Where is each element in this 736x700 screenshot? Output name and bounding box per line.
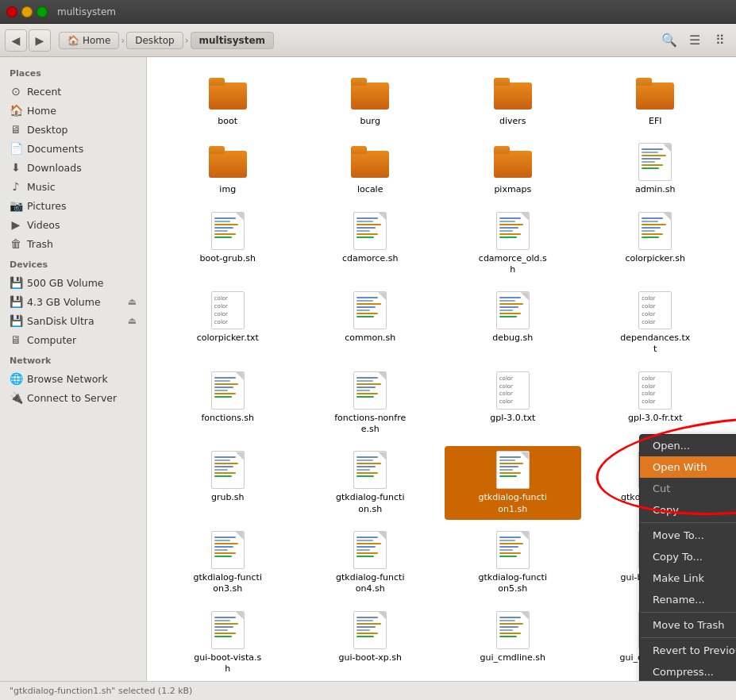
sidebar-item-500gb[interactable]: 💾 500 GB Volume	[0, 273, 146, 292]
script-line	[356, 227, 376, 229]
close-button[interactable]	[6, 6, 17, 17]
sidebar-item-home[interactable]: 🏠 Home	[0, 101, 146, 120]
file-item[interactable]: gtkdialog-function4.sh	[302, 526, 439, 600]
breadcrumb-home[interactable]: 🏠 🏠 Home Home	[59, 32, 119, 49]
file-item[interactable]: cdamorce_old.sh	[445, 207, 581, 281]
ctx-rename[interactable]: Rename...	[640, 589, 736, 610]
file-item[interactable]: burg	[302, 70, 439, 132]
file-item[interactable]: colorcolorcolorcolor gpl-3.0.txt	[445, 367, 581, 440]
script-line	[499, 227, 518, 229]
file-item[interactable]: gui-boot-vista.sh	[160, 606, 296, 680]
ctx-move-to[interactable]: Move To...	[640, 525, 736, 546]
script-line	[356, 472, 378, 474]
minimize-button[interactable]	[21, 6, 33, 17]
ctx-compress[interactable]: Compress...	[640, 661, 736, 681]
eject-sandisk-button[interactable]: ⏏	[128, 315, 137, 326]
file-icon-wrapper	[494, 143, 532, 181]
script-line	[499, 620, 515, 621]
sidebar-item-computer[interactable]: 🖥 Computer	[0, 330, 146, 349]
file-item[interactable]: gtkdialog-function1.sh	[445, 446, 581, 520]
ctx-copy[interactable]: Copy	[640, 499, 736, 521]
ctx-revert[interactable]: Revert to Previous Version...	[640, 640, 736, 661]
sidebar-item-pictures[interactable]: 📷 Pictures	[0, 196, 146, 215]
script-line	[214, 475, 232, 477]
sidebar-item-videos[interactable]: ▶ Videos	[0, 215, 146, 234]
file-item[interactable]: colorcolorcolorcolor gpl-3.0-fr.txt	[588, 367, 724, 440]
sidebar-item-sandisk[interactable]: 💾 SanDisk Ultra ⏏	[0, 311, 146, 330]
file-label: boot-grub.sh	[200, 253, 256, 264]
file-item[interactable]: locale	[302, 138, 439, 200]
more-options-button[interactable]: ⠿	[709, 29, 731, 52]
script-line	[499, 224, 524, 225]
script-icon	[496, 212, 530, 250]
file-item[interactable]: divers	[445, 70, 581, 132]
file-area[interactable]: boot burg divers EFI img locale pixmaps …	[147, 57, 736, 681]
script-line	[356, 543, 381, 544]
ctx-rename-label: Rename...	[653, 594, 705, 606]
script-line	[642, 221, 657, 222]
file-item[interactable]: admin.sh	[588, 138, 724, 200]
file-label: colorpicker.txt	[197, 333, 259, 344]
file-item[interactable]: colorcolorcolorcolor dependances.txt	[588, 287, 724, 360]
script-line	[214, 387, 233, 388]
view-options-button[interactable]: ☰	[684, 29, 706, 52]
toolbar: ◀ ▶ 🏠 🏠 Home Home › Desktop › multisyste…	[0, 24, 736, 57]
file-item[interactable]: grub.sh	[160, 446, 296, 520]
sidebar-item-43gb[interactable]: 💾 4.3 GB Volume ⏏	[0, 292, 146, 311]
maximize-button[interactable]	[37, 6, 48, 17]
ctx-make-link[interactable]: Make Link	[640, 567, 736, 589]
file-item[interactable]: common.sh	[302, 287, 439, 360]
script-line	[499, 456, 521, 458]
sidebar-item-downloads[interactable]: ⬇ Downloads	[0, 158, 146, 177]
ctx-move-trash[interactable]: Move to Trash	[640, 614, 736, 636]
script-line	[356, 221, 372, 222]
breadcrumb-current[interactable]: multisystem	[191, 32, 275, 49]
script-line	[214, 393, 236, 394]
ctx-copy-to[interactable]: Copy To...	[640, 546, 736, 567]
file-item[interactable]: boot-grub.sh	[160, 207, 296, 281]
back-button[interactable]: ◀	[5, 29, 27, 52]
script-line	[356, 556, 374, 557]
ctx-open-with[interactable]: Open With ▶ 📄 Libr... note Oth...	[640, 456, 736, 478]
script-line	[499, 636, 517, 637]
file-item[interactable]: pixmaps	[445, 138, 581, 200]
search-button[interactable]: 🔍	[658, 29, 680, 52]
forward-button[interactable]: ▶	[29, 29, 51, 52]
eject-43gb-button[interactable]: ⏏	[128, 296, 137, 307]
file-item[interactable]: gui_cmdline.sh	[445, 606, 581, 680]
file-item[interactable]: fonctions-nonfree.sh	[302, 367, 439, 440]
file-item[interactable]: gtkdialog-function5.sh	[445, 526, 581, 600]
script-line	[214, 227, 233, 229]
network-icon: 🌐	[10, 372, 22, 385]
file-item[interactable]: debug.sh	[445, 287, 581, 360]
file-label: boot	[218, 116, 237, 127]
file-item[interactable]: colorpicker.sh	[588, 207, 724, 281]
file-item[interactable]: fonctions.sh	[160, 367, 296, 440]
sidebar-item-desktop[interactable]: 🖥 Desktop	[0, 120, 146, 139]
file-item[interactable]: gtkdialog-function.sh	[302, 446, 439, 520]
file-item[interactable]: gui-boot-xp.sh	[302, 606, 439, 680]
script-line	[499, 313, 521, 314]
sidebar-item-trash[interactable]: 🗑 Trash	[0, 234, 146, 253]
sidebar-item-browse-network[interactable]: 🌐 Browse Network	[0, 369, 146, 388]
sidebar-item-recent[interactable]: ⊙ Recent	[0, 82, 146, 101]
sidebar-item-connect-server[interactable]: 🔌 Connect to Server	[0, 388, 146, 407]
file-item[interactable]: colorcolorcolorcolor colorpicker.txt	[160, 287, 296, 360]
script-line	[356, 623, 381, 625]
sidebar-item-documents[interactable]: 📄 Documents	[0, 139, 146, 158]
file-item[interactable]: gtkdialog-function3.sh	[160, 526, 296, 600]
file-icon-wrapper	[494, 75, 532, 113]
ctx-cut[interactable]: Cut	[640, 478, 736, 499]
ctx-open[interactable]: Open...	[640, 435, 736, 456]
sidebar-item-music[interactable]: ♪ Music	[0, 177, 146, 196]
file-item[interactable]: cdamorce.sh	[302, 207, 439, 281]
file-item[interactable]: boot	[160, 70, 296, 132]
file-item[interactable]: img	[160, 138, 296, 200]
file-label: gui-boot-xp.sh	[339, 652, 402, 663]
pictures-icon: 📷	[10, 199, 22, 212]
script-line	[499, 233, 521, 235]
breadcrumb-desktop[interactable]: Desktop	[126, 32, 183, 49]
file-item[interactable]: EFI	[588, 70, 724, 132]
script-line	[214, 466, 233, 467]
ctx-cut-label: Cut	[653, 483, 670, 494]
